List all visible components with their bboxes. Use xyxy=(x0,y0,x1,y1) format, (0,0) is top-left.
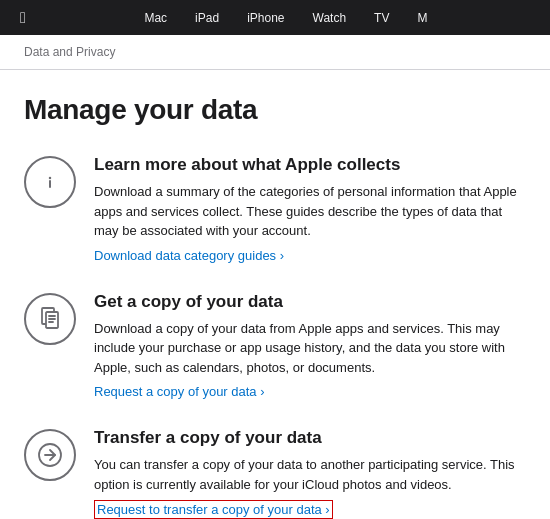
section-copy-heading: Get a copy of your data xyxy=(94,291,526,313)
section-copy-link[interactable]: Request a copy of your data › xyxy=(94,384,265,399)
section-learn-content: Learn more about what Apple collects Dow… xyxy=(94,154,526,263)
document-icon xyxy=(24,293,76,345)
section-copy-description: Download a copy of your data from Apple … xyxy=(94,319,526,378)
apple-logo-icon[interactable]:  xyxy=(12,9,34,27)
section-learn-heading: Learn more about what Apple collects xyxy=(94,154,526,176)
section-transfer-content: Transfer a copy of your data You can tra… xyxy=(94,427,526,519)
nav-item-iphone[interactable]: iPhone xyxy=(233,0,298,35)
section-learn-description: Download a summary of the categories of … xyxy=(94,182,526,241)
nav-item-tv[interactable]: TV xyxy=(360,0,403,35)
nav-item-ipad[interactable]: iPad xyxy=(181,0,233,35)
nav-item-mac[interactable]: Mac xyxy=(130,0,181,35)
nav-item-more[interactable]: M xyxy=(403,0,441,35)
transfer-icon xyxy=(24,429,76,481)
section-transfer-link[interactable]: Request to transfer a copy of your data … xyxy=(94,500,333,519)
section-learn: Learn more about what Apple collects Dow… xyxy=(24,154,526,263)
main-content: Manage your data Learn more about what A… xyxy=(0,70,550,519)
section-learn-link[interactable]: Download data category guides › xyxy=(94,248,284,263)
section-copy: Get a copy of your data Download a copy … xyxy=(24,291,526,400)
page-title: Manage your data xyxy=(24,94,526,126)
section-transfer-heading: Transfer a copy of your data xyxy=(94,427,526,449)
top-nav:  Mac iPad iPhone Watch TV M xyxy=(0,0,550,35)
nav-item-watch[interactable]: Watch xyxy=(299,0,361,35)
info-icon xyxy=(24,156,76,208)
section-transfer-description: You can transfer a copy of your data to … xyxy=(94,455,526,494)
section-copy-content: Get a copy of your data Download a copy … xyxy=(94,291,526,400)
svg-rect-3 xyxy=(46,312,58,328)
breadcrumb-label: Data and Privacy xyxy=(24,45,115,59)
breadcrumb: Data and Privacy xyxy=(0,35,550,70)
section-transfer: Transfer a copy of your data You can tra… xyxy=(24,427,526,519)
nav-items: Mac iPad iPhone Watch TV M xyxy=(34,0,538,35)
